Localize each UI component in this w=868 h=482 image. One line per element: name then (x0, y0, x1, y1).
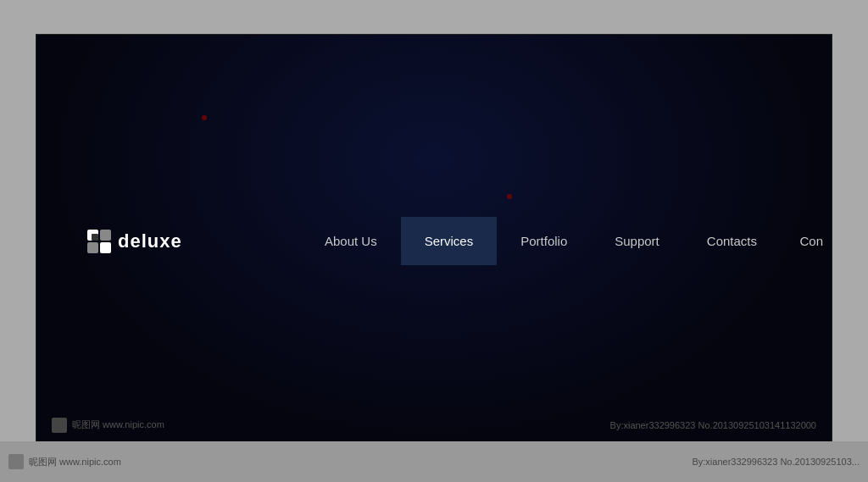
logo[interactable]: deluxe (87, 230, 182, 253)
red-dot-1 (202, 115, 207, 120)
logo-text: deluxe (118, 230, 182, 252)
watermark-right: By:xianer332996323 No.201309251031411320… (610, 418, 816, 433)
nav-services[interactable]: Services (401, 217, 498, 265)
svg-rect-3 (100, 242, 111, 253)
navbar: deluxe About Us Services Portfolio Suppo… (36, 214, 832, 269)
nav-about-us[interactable]: About Us (301, 217, 401, 265)
below-watermark-strip: 昵图网 www.nipic.com By:xianer332996323 No.… (0, 441, 868, 482)
watermark: 昵图网 www.nipic.com By:xianer332996323 No.… (36, 418, 832, 433)
nav-links: About Us Services Portfolio Support Cont… (301, 217, 781, 265)
nav-con-partial[interactable]: Con (782, 217, 832, 265)
nav-portfolio[interactable]: Portfolio (497, 217, 591, 265)
watermark-left: 昵图网 www.nipic.com (52, 418, 164, 433)
red-dot-2 (507, 194, 512, 199)
below-watermark-right: By:xianer332996323 No.20130925103... (692, 457, 860, 467)
svg-rect-2 (87, 242, 98, 253)
nav-support[interactable]: Support (591, 217, 683, 265)
svg-rect-1 (100, 230, 111, 241)
browser-window: deluxe About Us Services Portfolio Suppo… (36, 34, 832, 449)
below-icon (8, 454, 24, 469)
nav-contacts[interactable]: Contacts (683, 217, 781, 265)
svg-rect-4 (92, 234, 98, 241)
logo-icon (87, 230, 111, 253)
watermark-icon (52, 418, 67, 433)
below-watermark-left: 昵图网 www.nipic.com (8, 454, 121, 469)
